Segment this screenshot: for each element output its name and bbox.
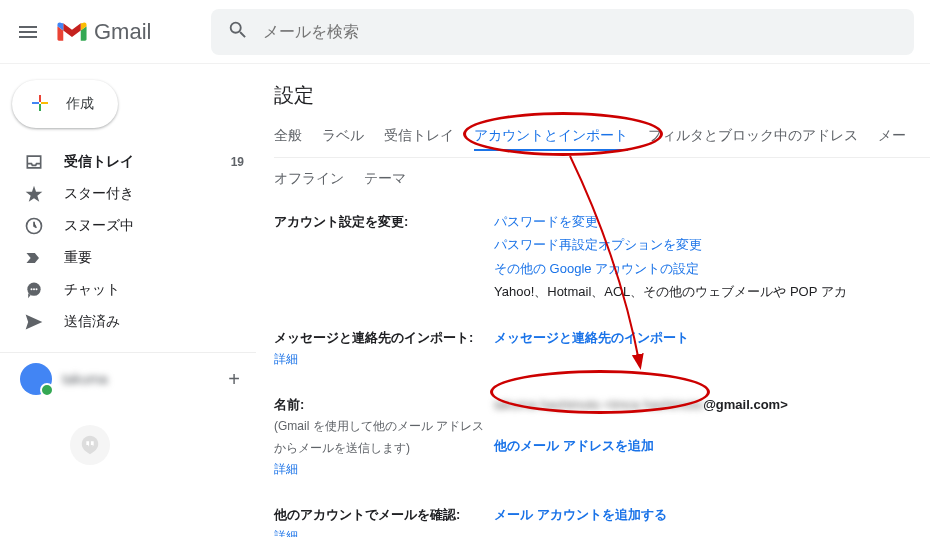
main: 作成 受信トレイ 19 スター付き スヌーズ中 重要 — [0, 64, 930, 537]
search-icon — [227, 19, 249, 45]
add-account-button[interactable]: + — [228, 368, 240, 391]
account-change-label: アカウント設定を変更: — [274, 210, 494, 233]
inbox-icon — [24, 152, 44, 172]
sidebar-item-sent[interactable]: 送信済み — [0, 306, 256, 338]
name-label: 名前: — [274, 393, 494, 416]
link-other-google-settings[interactable]: その他の Google アカウントの設定 — [494, 257, 930, 280]
compose-button[interactable]: 作成 — [12, 80, 118, 128]
tab-labels[interactable]: ラベル — [322, 127, 364, 151]
sidebar-item-starred[interactable]: スター付き — [0, 178, 256, 210]
sendas-email: takuma hashimoto <tmca hashimoto@gmail.c… — [494, 393, 930, 416]
link-import-messages[interactable]: メッセージと連絡先のインポート — [494, 326, 930, 349]
account-change-note: Yahoo!、Hotmail、AOL、その他のウェブメールや POP アカ — [494, 280, 930, 303]
name-detail[interactable]: 詳細 — [274, 459, 494, 481]
import-label: メッセージと連絡先のインポート: — [274, 326, 494, 349]
sidebar-item-inbox[interactable]: 受信トレイ 19 — [0, 146, 256, 178]
section-import: メッセージと連絡先のインポート: 詳細 メッセージと連絡先のインポート — [274, 326, 930, 371]
tab-inbox[interactable]: 受信トレイ — [384, 127, 454, 151]
tab-accounts-import[interactable]: アカウントとインポート — [474, 127, 628, 151]
link-add-another-address[interactable]: 他のメール アドレスを追加 — [494, 434, 930, 457]
tab-theme[interactable]: テーマ — [364, 170, 406, 188]
tab-more[interactable]: メー — [878, 127, 906, 151]
section-name: 名前: (Gmail を使用して他のメール アドレス からメールを送信します) … — [274, 393, 930, 481]
tab-offline[interactable]: オフライン — [274, 170, 344, 188]
gmail-logo[interactable]: Gmail — [56, 19, 151, 45]
check-detail[interactable]: 詳細 — [274, 526, 494, 537]
link-add-mail-account[interactable]: メール アカウントを追加する — [494, 503, 930, 526]
account-row: takuma + — [0, 352, 256, 395]
account-name: takuma — [62, 371, 228, 387]
section-check-mail: 他のアカウントでメールを確認: 詳細 メール アカウントを追加する — [274, 503, 930, 537]
hangouts-icon[interactable] — [70, 425, 110, 465]
clock-icon — [24, 216, 44, 236]
section-account-change: アカウント設定を変更: パスワードを変更 パスワード再設定オプションを変更 その… — [274, 210, 930, 304]
import-detail[interactable]: 詳細 — [274, 349, 494, 371]
link-change-recovery[interactable]: パスワード再設定オプションを変更 — [494, 233, 930, 256]
important-icon — [24, 248, 44, 268]
app-frame: Gmail 作成 受信トレイ 19 — [0, 0, 930, 537]
page-title: 設定 — [274, 82, 930, 109]
sidebar-item-snoozed[interactable]: スヌーズ中 — [0, 210, 256, 242]
avatar[interactable] — [20, 363, 52, 395]
sidebar-item-chat[interactable]: チャット — [0, 274, 256, 306]
sent-icon — [24, 312, 44, 332]
menu-icon[interactable] — [16, 20, 40, 44]
star-icon — [24, 184, 44, 204]
tab-filters[interactable]: フィルタとブロック中のアドレス — [648, 127, 858, 151]
tab-general[interactable]: 全般 — [274, 127, 302, 151]
chat-icon — [24, 280, 44, 300]
content: 設定 全般 ラベル 受信トレイ アカウントとインポート フィルタとブロック中のア… — [256, 64, 930, 537]
search-bar[interactable] — [211, 9, 914, 55]
name-sub2: からメールを送信します) — [274, 438, 494, 460]
sidebar: 作成 受信トレイ 19 スター付き スヌーズ中 重要 — [0, 64, 256, 537]
search-input[interactable] — [263, 23, 898, 41]
tabs: 全般 ラベル 受信トレイ アカウントとインポート フィルタとブロック中のアドレス… — [274, 127, 930, 158]
header: Gmail — [0, 0, 930, 64]
compose-label: 作成 — [66, 95, 94, 113]
link-change-password[interactable]: パスワードを変更 — [494, 210, 930, 233]
sidebar-item-important[interactable]: 重要 — [0, 242, 256, 274]
nav: 受信トレイ 19 スター付き スヌーズ中 重要 チャット — [0, 146, 256, 338]
subtabs: オフライン テーマ — [274, 170, 930, 188]
check-label: 他のアカウントでメールを確認: — [274, 503, 494, 526]
logo-text: Gmail — [94, 19, 151, 45]
svg-point-2 — [31, 288, 33, 290]
svg-point-3 — [33, 288, 35, 290]
name-sub1: (Gmail を使用して他のメール アドレス — [274, 416, 494, 438]
plus-icon — [28, 91, 52, 118]
svg-point-4 — [36, 288, 38, 290]
